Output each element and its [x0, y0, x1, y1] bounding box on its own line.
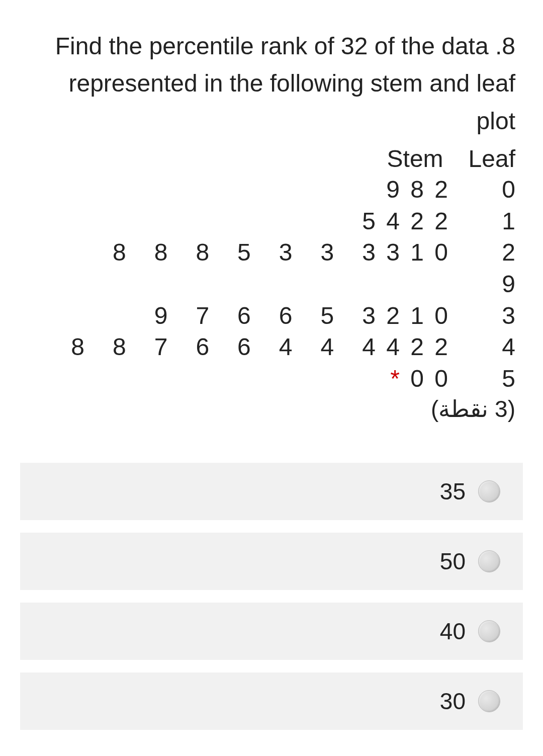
stem-value: 3	[465, 301, 515, 330]
stem-leaf-row: 8 8 7 6 6 4 4 4 4 2 2 4	[28, 332, 515, 362]
radio-icon	[478, 620, 500, 642]
question-line-2: represented in the following stem and le…	[28, 65, 515, 102]
stem-header-label: Stem	[387, 145, 443, 173]
stem-value: 0	[465, 175, 515, 204]
question-container: Find the percentile rank of 32 of the da…	[0, 0, 543, 443]
leaf-values: 5 4 2 2	[362, 207, 450, 236]
leaf-header-label: Leaf	[469, 145, 515, 173]
stem-value: 1	[465, 207, 515, 236]
option-item-35[interactable]: 35	[20, 463, 523, 520]
stem-leaf-row: 9 7 6 6 5 3 2 1 0 3	[28, 301, 515, 330]
leaf-values: 8 8 7 6 6 4 4 4 4 2 2	[71, 332, 450, 362]
stem-leaf-row: 8 8 8 5 3 3 3 3 1 0 2	[28, 238, 515, 267]
stem-value: 4	[465, 332, 515, 362]
leaf-text: 0 0	[410, 365, 450, 392]
question-line-1: Find the percentile rank of 32 of the da…	[55, 33, 489, 59]
stem-leaf-row: * 0 0 5	[28, 364, 515, 393]
question-line-3: plot	[28, 103, 515, 140]
option-item-40[interactable]: 40	[20, 603, 523, 660]
radio-icon	[478, 480, 500, 502]
option-item-50[interactable]: 50	[20, 533, 523, 590]
points-label: (3 نقطة)	[28, 395, 515, 423]
stem-leaf-table: Stem Leaf 9 8 2 0 5 4 2 2 1 8 8 8 5 3 3 …	[28, 145, 515, 393]
leaf-values: 9 8 2	[386, 175, 450, 204]
question-number: .8	[495, 33, 515, 59]
stem-leaf-row: 5 4 2 2 1	[28, 207, 515, 236]
option-label: 30	[440, 688, 466, 715]
leaf-values: 8 8 8 5 3 3 3 3 1 0	[113, 238, 450, 267]
question-text: Find the percentile rank of 32 of the da…	[28, 28, 515, 140]
options-container: 35 50 40 30	[0, 463, 543, 730]
stem-value: 2	[465, 238, 515, 267]
option-label: 35	[440, 478, 466, 505]
stem-value: 9	[465, 270, 515, 299]
stem-leaf-row: 9 8 2 0	[28, 175, 515, 204]
radio-icon	[478, 690, 500, 712]
leaf-values: 9 7 6 6 5 3 2 1 0	[154, 301, 450, 330]
option-label: 50	[440, 548, 466, 575]
stem-leaf-header: Stem Leaf	[28, 145, 515, 173]
option-label: 40	[440, 618, 466, 645]
stem-leaf-row: 9	[28, 270, 515, 299]
stem-value: 5	[465, 364, 515, 393]
radio-icon	[478, 550, 500, 572]
asterisk-mark: *	[390, 365, 402, 392]
option-item-30[interactable]: 30	[20, 673, 523, 730]
leaf-values: * 0 0	[390, 364, 450, 393]
